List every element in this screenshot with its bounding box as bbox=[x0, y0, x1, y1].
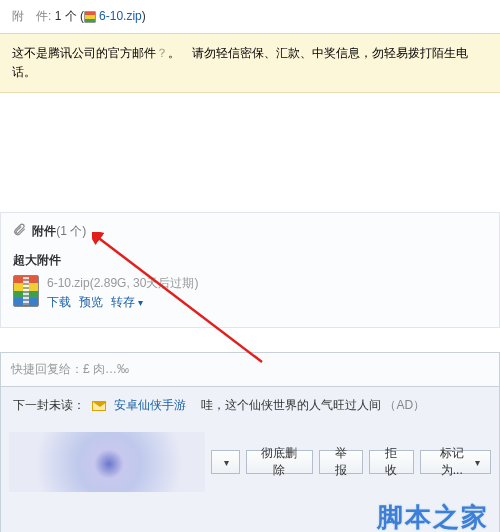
unknown-button[interactable] bbox=[211, 450, 240, 474]
ad-label: （AD） bbox=[384, 398, 425, 412]
attachment-filename: 6-10.zip bbox=[47, 276, 90, 290]
reject-button[interactable]: 拒收 bbox=[369, 450, 413, 474]
mail-body-area bbox=[0, 93, 500, 213]
next-unread-prefix: 下一封未读： bbox=[13, 398, 85, 412]
zip-file-icon bbox=[13, 275, 39, 307]
action-bar: 彻底删除 举报 拒收 标记为... bbox=[1, 424, 499, 500]
help-icon[interactable]: ？ bbox=[156, 46, 168, 60]
zip-icon bbox=[84, 11, 96, 23]
top-filename-link[interactable]: 6-10.zip bbox=[99, 9, 142, 23]
quick-reply-placeholder: £ 肉…‰ bbox=[83, 362, 129, 376]
decorative-graphic bbox=[9, 432, 205, 492]
watermark-area: 脚本之家 jiaochedian.chazidian.com bbox=[1, 500, 499, 532]
attachment-section: 附件(1 个) 超大附件 6-10.zip(2.89G, 30天后过期) 下载预… bbox=[0, 213, 500, 328]
attachment-count: (1 个) bbox=[56, 224, 86, 238]
paperclip-icon bbox=[13, 223, 27, 237]
mail-icon bbox=[92, 401, 106, 411]
next-unread-desc: 哇，这个仙侠世界的人气旺过人间 bbox=[189, 398, 381, 412]
forward-link[interactable]: 转存 bbox=[111, 295, 143, 309]
preview-link[interactable]: 预览 bbox=[79, 295, 103, 309]
top-attachment-line: 附 件: 1 个 (6-10.zip) bbox=[0, 0, 500, 34]
delete-permanently-button[interactable]: 彻底删除 bbox=[246, 450, 313, 474]
mark-as-button[interactable]: 标记为... bbox=[420, 450, 491, 474]
attach-label: 附 件: bbox=[12, 9, 51, 23]
attachment-header: 附件(1 个) bbox=[1, 213, 499, 248]
quick-reply-input[interactable]: 快捷回复给：£ 肉…‰ bbox=[0, 352, 500, 387]
report-button[interactable]: 举报 bbox=[319, 450, 363, 474]
download-link[interactable]: 下载 bbox=[47, 295, 71, 309]
attachment-filemeta: (2.89G, 30天后过期) bbox=[90, 276, 199, 290]
watermark-big: 脚本之家 bbox=[377, 500, 489, 532]
next-unread-subject[interactable]: 安卓仙侠手游 bbox=[114, 398, 186, 412]
attachment-title: 附件 bbox=[32, 224, 56, 238]
attach-count-top: 1 个 bbox=[55, 9, 77, 23]
warning-text-1: 这不是腾讯公司的官方邮件 bbox=[12, 46, 156, 60]
attachment-file-row: 6-10.zip(2.89G, 30天后过期) 下载预览转存 bbox=[13, 275, 487, 311]
next-unread-row: 下一封未读： 安卓仙侠手游 哇，这个仙侠世界的人气旺过人间 （AD） bbox=[1, 387, 499, 424]
large-attachment-subtitle: 超大附件 bbox=[13, 252, 487, 269]
security-warning-bar: 这不是腾讯公司的官方邮件？。 请勿轻信密保、汇款、中奖信息，勿轻易拨打陌生电话。 bbox=[0, 34, 500, 93]
quick-reply-label: 快捷回复给： bbox=[11, 362, 83, 376]
